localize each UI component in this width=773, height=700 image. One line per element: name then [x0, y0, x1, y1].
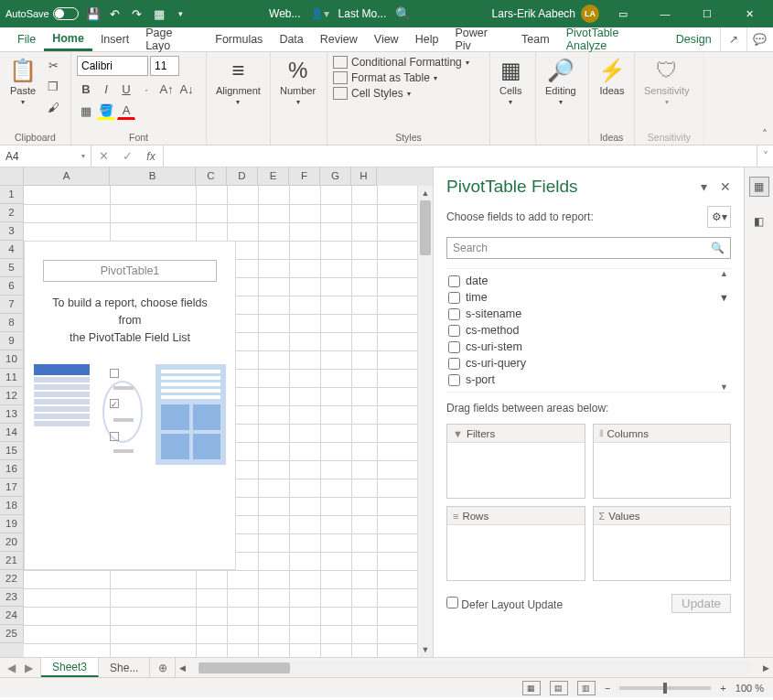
field-checkbox[interactable] [448, 374, 460, 386]
font-color-icon[interactable]: A [117, 102, 135, 120]
field-cs-uri-stem[interactable]: cs-uri-stem [446, 339, 731, 355]
redo-icon[interactable]: ↷ [130, 6, 145, 21]
zoom-level[interactable]: 100 % [735, 683, 764, 694]
sheet-nav-next-icon[interactable]: ▶ [25, 662, 33, 674]
field-checkbox[interactable] [448, 325, 460, 337]
autosave-toggle[interactable]: AutoSave [5, 7, 79, 20]
field-search-input[interactable]: Search 🔍 [446, 237, 731, 259]
row-header-9[interactable]: 9 [0, 332, 24, 350]
col-header-E[interactable]: E [258, 167, 289, 186]
close-icon[interactable]: ✕ [731, 1, 768, 27]
area-columns[interactable]: ⦀Columns [593, 424, 732, 499]
field-s-port[interactable]: s-port [446, 372, 731, 388]
row-header-15[interactable]: 15 [0, 442, 24, 460]
alignment-button[interactable]: ≡ Alignment ▾ [212, 56, 264, 108]
row-header-6[interactable]: 6 [0, 277, 24, 296]
sheet-tab-2[interactable]: She... [99, 658, 150, 677]
row-header-20[interactable]: 20 [0, 533, 24, 552]
field-cs-uri-query[interactable]: cs-uri-query [446, 355, 731, 372]
hscroll-right-icon[interactable]: ▶ [763, 663, 769, 673]
row-header-25[interactable]: 25 [0, 625, 24, 643]
tab-pivottable-analyze[interactable]: PivotTable Analyze [558, 27, 668, 51]
col-header-G[interactable]: G [320, 167, 351, 186]
col-header-B[interactable]: B [110, 167, 196, 186]
share-icon[interactable]: ↗ [720, 27, 746, 51]
horizontal-scrollbar[interactable]: ◀ ▶ [176, 658, 773, 677]
strike-icon[interactable]: · [137, 80, 156, 98]
sheet-tab-sheet3[interactable]: Sheet3 [41, 658, 99, 677]
area-rows[interactable]: ≡Rows [446, 506, 585, 581]
col-header-H[interactable]: H [351, 167, 377, 186]
zoom-slider[interactable] [619, 686, 711, 690]
pivottable-placeholder[interactable]: PivotTable1 To build a report, choose fi… [24, 241, 236, 570]
zoom-out-icon[interactable]: − [605, 683, 610, 694]
row-header-11[interactable]: 11 [0, 369, 24, 387]
expand-formula-bar-icon[interactable]: ˅ [757, 145, 773, 167]
col-header-C[interactable]: C [196, 167, 227, 186]
field-s-sitename[interactable]: s-sitename [446, 306, 731, 322]
cancel-formula-icon[interactable]: ✕ [91, 149, 115, 163]
field-scroll-up-icon[interactable]: ▲ [720, 269, 731, 278]
area-filters[interactable]: ▼Filters [446, 424, 585, 499]
tab-view[interactable]: View [366, 27, 407, 51]
format-as-table-button[interactable]: Format as Table ▾ [333, 71, 469, 84]
pane-close-icon[interactable]: ✕ [720, 179, 731, 194]
row-header-14[interactable]: 14 [0, 424, 24, 442]
borders-icon[interactable]: ▦ [77, 102, 95, 120]
bold-icon[interactable]: B [77, 80, 95, 98]
fx-icon[interactable]: fx [139, 150, 163, 163]
save-icon[interactable]: 💾 [86, 6, 101, 21]
hscroll-left-icon[interactable]: ◀ [179, 663, 186, 673]
font-size-combo[interactable] [150, 56, 179, 76]
collapse-ribbon-icon[interactable]: ˄ [762, 128, 768, 141]
pane-options-icon[interactable]: ▾ [701, 179, 707, 194]
tab-help[interactable]: Help [407, 27, 447, 51]
row-header-1[interactable]: 1 [0, 186, 24, 204]
area-values[interactable]: ΣValues [593, 506, 732, 581]
update-button[interactable]: Update [671, 594, 731, 613]
tab-insert[interactable]: Insert [92, 27, 137, 51]
tab-file[interactable]: File [9, 27, 44, 51]
row-header-24[interactable]: 24 [0, 607, 24, 625]
qat-dropdown-icon[interactable]: ▾ [174, 6, 188, 21]
cell-styles-button[interactable]: Cell Styles ▾ [333, 87, 469, 100]
defer-layout-checkbox[interactable]: Defer Layout Update [446, 597, 563, 611]
italic-icon[interactable]: I [97, 80, 115, 98]
field-cs-method[interactable]: cs-method [446, 322, 731, 339]
row-header-8[interactable]: 8 [0, 314, 24, 332]
ideas-button[interactable]: ⚡Ideas [595, 56, 629, 98]
undo-icon[interactable]: ↶ [108, 6, 123, 21]
row-header-5[interactable]: 5 [0, 259, 24, 277]
row-header-10[interactable]: 10 [0, 350, 24, 369]
normal-view-icon[interactable]: ▦ [522, 681, 541, 695]
worksheet-grid[interactable]: ABCDEFGH 1234567891011121314151617181920… [0, 167, 433, 657]
field-scroll-down-icon[interactable]: ▼ [720, 382, 731, 392]
fill-color-icon[interactable]: 🪣 [97, 102, 115, 120]
number-button[interactable]: % Number ▾ [276, 56, 319, 108]
page-break-view-icon[interactable]: ▥ [577, 681, 596, 695]
field-time[interactable]: time▼ [446, 289, 731, 306]
row-header-22[interactable]: 22 [0, 570, 24, 588]
grow-font-icon[interactable]: A↑ [157, 80, 176, 98]
field-checkbox[interactable] [448, 358, 460, 370]
tab-formulas[interactable]: Formulas [207, 27, 271, 51]
row-header-17[interactable]: 17 [0, 479, 24, 497]
enter-formula-icon[interactable]: ✓ [115, 149, 139, 163]
vertical-scrollbar[interactable]: ▲ ▼ [417, 186, 433, 657]
field-date[interactable]: date [446, 273, 731, 289]
tab-review[interactable]: Review [312, 27, 366, 51]
tab-home[interactable]: Home [44, 27, 92, 51]
font-name-combo[interactable] [77, 56, 148, 76]
row-header-16[interactable]: 16 [0, 460, 24, 479]
tab-data[interactable]: Data [271, 27, 311, 51]
hscroll-thumb[interactable] [199, 662, 290, 673]
new-sheet-icon[interactable]: ⊕ [150, 658, 176, 677]
zoom-in-icon[interactable]: + [720, 683, 725, 694]
col-header-F[interactable]: F [289, 167, 320, 186]
maximize-icon[interactable]: ☐ [689, 1, 725, 27]
field-checkbox[interactable] [448, 341, 460, 353]
row-header-23[interactable]: 23 [0, 588, 24, 607]
select-all-corner[interactable] [0, 167, 24, 186]
row-header-4[interactable]: 4 [0, 241, 24, 259]
tab-page-layout[interactable]: Page Layo [137, 27, 207, 51]
